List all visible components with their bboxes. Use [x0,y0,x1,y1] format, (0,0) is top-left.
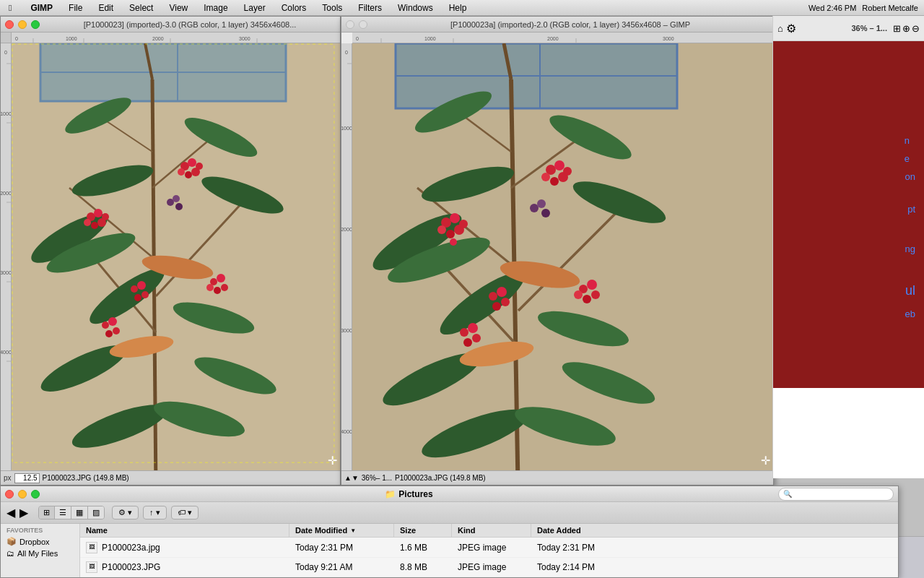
svg-point-62 [221,284,228,291]
svg-point-134 [574,290,583,299]
svg-text:1000: 1000 [1,111,12,116]
menu-image[interactable]: Image [201,3,230,13]
menu-edit[interactable]: Edit [95,3,116,13]
min-button-1[interactable] [18,20,27,29]
app-name[interactable]: GIMP [27,3,56,13]
right-panel-back[interactable]: ⌂ [777,23,783,34]
svg-text:3000: 3000 [663,36,674,41]
file-row-1[interactable]: 🖼 P1000023a.jpg Today 2:31 PM 1.6 MB JPE… [80,538,898,557]
cover-flow-btn[interactable]: ▨ [87,506,104,519]
zoom-out-btn[interactable]: ⊖ [912,23,920,34]
action-btn[interactable]: ⚙ ▾ [112,506,139,519]
menu-filters[interactable]: Filters [355,3,385,13]
col-date-header[interactable]: Date Modified ▼ [289,524,394,537]
finder-fwd-btn[interactable]: ▶ [19,506,28,519]
svg-point-141 [541,209,550,217]
svg-point-61 [217,274,225,282]
sort-chevron: ▼ [350,527,356,534]
file-row-2[interactable]: 🖼 P1000023.JPG Today 9:21 AM 8.8 MB JPEG… [80,558,898,577]
canvas-2[interactable]: ✛ [352,43,773,470]
finder-close[interactable] [5,490,14,499]
sidebar-dropbox[interactable]: 📦 Dropbox [1,535,79,548]
svg-text:4000: 4000 [341,429,352,434]
col-kind-header[interactable]: Kind [452,524,531,537]
file-1-size: 1.6 MB [394,543,452,553]
svg-text:0: 0 [356,36,359,41]
menu-select[interactable]: Select [126,3,156,13]
icon-view-btn[interactable]: ⊞ [39,506,54,519]
svg-point-47 [91,222,98,229]
svg-text:3000: 3000 [239,36,250,41]
file-2-name-cell: 🖼 P1000023.JPG [80,561,289,573]
svg-point-68 [105,330,113,337]
svg-point-65 [102,322,109,329]
svg-point-48 [84,219,91,226]
finder-min[interactable] [18,490,27,499]
ruler-vertical-2: 0 1000 2000 3000 4000 [341,43,352,470]
menu-view[interactable]: View [166,3,191,13]
file-1-added: Today 2:31 PM [531,543,898,553]
title-bar-2: [P1000023a] (imported)-2.0 (RGB color, 1… [341,17,773,33]
zoom-input-1[interactable] [14,473,40,483]
finder-max[interactable] [31,490,40,499]
finder-content: FAVORITES 📦 Dropbox 🗂 All My Files Name … [1,524,898,577]
search-icon: 🔍 [783,490,792,498]
svg-text:1000: 1000 [341,126,352,131]
svg-point-137 [472,334,481,342]
menu-colors[interactable]: Colors [279,3,310,13]
link-3: on [905,171,915,182]
menubar-left:  GIMP File Edit Select View Image Layer… [6,3,469,13]
svg-point-66 [108,317,117,326]
file-2-icon: 🖼 [86,561,97,573]
list-view-btn[interactable]: ☰ [54,506,71,519]
menu-help[interactable]: Help [446,3,470,13]
svg-point-136 [468,323,478,333]
right-panel-toolbar: ⌂ ⚙ 36% – 1... ⊞ ⊕ ⊖ [773,16,924,41]
canvas-1[interactable]: ✛ [12,43,340,470]
column-headers: Name Date Modified ▼ Size Kind Date Adde… [80,524,898,538]
zoom-in-btn[interactable]: ⊕ [902,23,910,34]
svg-point-138 [463,338,472,347]
link-5: ng [905,243,915,254]
finder-search-bar[interactable]: 🔍 [778,488,894,501]
username: Robert Metcalfe [862,4,918,12]
svg-point-124 [541,173,550,181]
sidebar-all-my-files[interactable]: 🗂 All My Files [1,548,79,559]
title-bar-1: [P1000023] (imported)-3.0 (RGB color, 1 … [1,17,340,33]
file-info-2: P1000023a.JPG (149.8 MB) [395,474,486,482]
finder-title-text: Pictures [398,489,432,499]
col-dateadded-header[interactable]: Date Added [531,524,898,537]
column-view-btn[interactable]: ▦ [71,506,87,519]
close-button-1[interactable] [5,20,14,29]
zoom-controls-2: ▲▼ [344,474,359,482]
right-panel-gear[interactable]: ⚙ [786,22,796,35]
finder-title-bar: 📁 Pictures 🔍 [1,486,898,502]
unit-label-1: px [4,474,12,482]
tags-btn[interactable]: 🏷 ▾ [171,506,199,519]
max-button-1[interactable] [31,20,40,29]
ruler-horizontal-1: 0 1000 2000 3000 [12,33,340,43]
share-btn[interactable]: ↑ ▾ [143,506,167,519]
col-name-header[interactable]: Name [80,524,289,537]
file-1-kind: JPEG image [452,543,531,553]
zoom-fit-btn[interactable]: ⊞ [893,23,901,34]
gimp-window-2: [P1000023a] (imported)-2.0 (RGB color, 1… [341,16,774,486]
svg-point-51 [188,158,196,167]
finder-back-btn[interactable]: ◀ [6,506,15,519]
svg-point-116 [446,230,455,238]
corner-marker-2: ✛ [761,454,770,467]
apple-menu[interactable]:  [6,3,14,13]
svg-point-54 [178,168,185,176]
menu-windows[interactable]: Windows [395,3,436,13]
menu-file[interactable]: File [66,3,85,13]
all-my-files-label: All My Files [17,549,58,558]
file-label-1: P1000023.JPG (149.8 MB) [43,474,129,482]
link-2: e [905,153,910,164]
col-size-header[interactable]: Size [394,524,452,537]
svg-point-71 [175,203,183,210]
svg-point-67 [113,327,120,335]
svg-point-117 [437,225,446,234]
menu-tools[interactable]: Tools [319,3,345,13]
svg-point-118 [459,220,468,228]
menu-layer[interactable]: Layer [241,3,269,13]
